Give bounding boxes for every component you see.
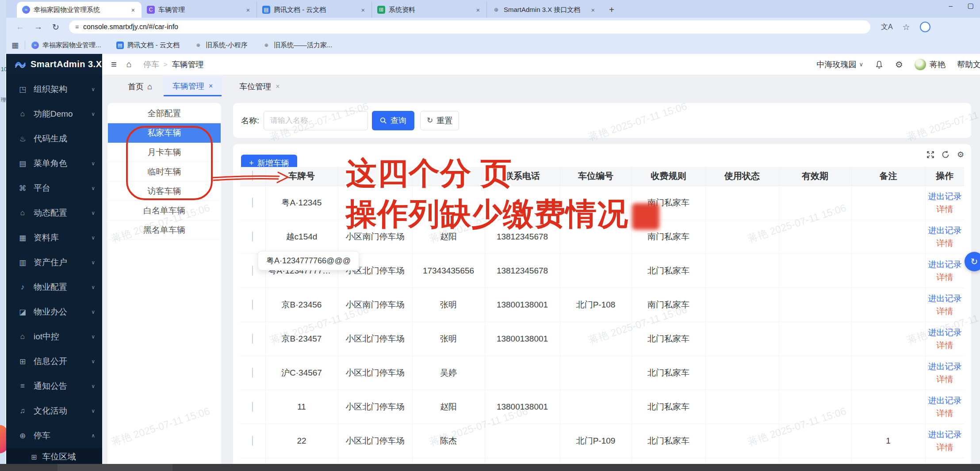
dynamic-config-icon: ⌂ [18,209,27,217]
apps-grid-icon[interactable]: ▦ [11,41,19,50]
home-icon[interactable]: ⌂ [126,59,132,69]
sidebar-item-0[interactable]: ◳组织架构∨ [6,77,102,102]
category-item-5[interactable]: 白名单车辆 [108,201,221,220]
bookmark-label: 旧系统-小程序 [206,41,248,49]
category-item-6[interactable]: 黑名单车辆 [108,220,221,240]
url-bar[interactable]: ≡ console.smartxfjy.cn/#/car-info [69,20,870,34]
tab-close-icon[interactable]: × [129,6,137,14]
browser-tab[interactable]: ⊞系统资料× [371,2,486,18]
browser-tab[interactable]: ⊕SmartAdmin 3.X 接口文档× [486,2,601,18]
back-icon[interactable]: ← [16,22,24,32]
entry-exit-record-link[interactable]: 进出记录 [928,326,962,339]
browser-tab[interactable]: ▤腾讯文档 - 云文档× [256,2,371,18]
sidebar-item-8[interactable]: ♪物业配置∨ [6,275,102,300]
tab-home[interactable]: 首页 ⌂ [125,81,155,92]
sidebar-item-6[interactable]: ▦资料库∨ [6,225,102,250]
cell-status [705,390,779,424]
category-item-0[interactable]: 全部配置 [108,104,221,123]
tab-close-icon[interactable]: × [359,6,367,14]
entry-exit-record-link[interactable]: 进出记录 [928,428,962,441]
table-row: 22小区北门停车场陈杰北门P-109北门私家车1进出记录详情 [240,424,964,458]
sidebar-item-label: 信息公开 [34,356,85,367]
site-info-icon[interactable]: ≡ [75,23,79,30]
gear-icon[interactable]: ⚙ [895,59,903,70]
detail-link[interactable]: 详情 [928,203,962,216]
home-icon: ⌂ [147,82,152,91]
tab-close-icon[interactable]: × [244,6,252,14]
entry-exit-record-link[interactable]: 进出记录 [928,394,962,407]
sidebar-item-4[interactable]: ⌘平台∨ [6,176,102,201]
help-link[interactable]: 帮助文 [957,59,980,70]
sidebar-item-12[interactable]: ≡通知公告∨ [6,374,102,399]
sidebar-item-2[interactable]: ♨代码生成 [6,126,102,151]
close-icon[interactable]: × [276,83,279,91]
forward-icon[interactable]: → [34,22,42,32]
bookmark-item[interactable]: ⊕旧系统-小程序 [195,41,248,49]
new-tab-button[interactable]: + [605,3,618,16]
query-button[interactable]: 查询 [372,111,414,130]
cell-actions: 进出记录详情 [925,390,964,424]
sidebar-item-11[interactable]: ⊞信息公开∨ [6,349,102,374]
cell-status [705,220,779,254]
bookmark-star-icon[interactable]: ☆ [903,22,910,32]
browser-tab[interactable]: ≈幸福家园物业管理系统× [17,2,142,18]
cell-phone: 13800138001 [485,322,560,356]
collapse-menu-icon[interactable]: ≡ [111,59,117,70]
column-settings-gear-icon[interactable]: ⚙ [956,150,965,159]
detail-link[interactable]: 详情 [928,373,962,386]
sidebar-item-14[interactable]: ⊕停车∧ [6,423,102,448]
bookmark-item[interactable]: ≈幸福家园物业管理... [31,41,101,49]
entry-exit-record-link[interactable]: 进出记录 [928,258,962,271]
bookmark-item[interactable]: ⊕旧系统——活力家... [263,41,333,49]
row-checkbox[interactable] [252,402,253,412]
row-checkbox[interactable] [252,334,253,344]
entry-exit-record-link[interactable]: 进出记录 [928,224,962,237]
bookmark-item[interactable]: ▤腾讯文档 - 云文档 [116,41,180,49]
purple-c-favicon: C [147,6,155,14]
sidebar-subitem-parking-area[interactable]: ⊞车位区域 [6,448,102,464]
browser-tabs: ≈幸福家园物业管理系统×C车辆管理×▤腾讯文档 - 云文档×⊞系统资料×⊕Sma… [17,2,601,18]
translate-icon[interactable]: 文A [881,23,893,32]
tab-close-icon[interactable]: × [474,6,482,14]
detail-link[interactable]: 详情 [928,271,962,284]
refresh-icon[interactable] [941,150,950,159]
sidebar-item-9[interactable]: ◪物业办公∨ [6,300,102,324]
reload-icon[interactable]: ↻ [52,22,59,32]
community-selector[interactable]: 中海玫瑰园 ∨ [817,59,864,70]
row-checkbox[interactable] [252,436,253,446]
detail-link[interactable]: 详情 [928,305,962,318]
row-checkbox[interactable] [252,368,253,378]
cell-actions: 进出记录详情 [925,220,964,254]
bell-icon[interactable] [875,60,884,69]
row-checkbox[interactable] [252,232,253,242]
browser-profile-avatar[interactable] [920,22,930,32]
sidebar-item-1[interactable]: ⌂功能Demo∨ [6,102,102,126]
entry-exit-record-link[interactable]: 进出记录 [928,292,962,305]
fullscreen-icon[interactable] [926,150,935,159]
detail-link[interactable]: 详情 [928,407,962,420]
detail-link[interactable]: 详情 [928,441,962,454]
browser-tab[interactable]: C车辆管理× [142,2,256,18]
name-input[interactable] [264,111,368,130]
row-checkbox[interactable] [252,300,253,310]
sidebar-item-5[interactable]: ⌂动态配置∨ [6,201,102,225]
entry-exit-record-link[interactable]: 进出记录 [928,190,962,203]
sidebar-item-10[interactable]: ⌂iot中控∨ [6,324,102,349]
restore-icon[interactable]: ▢ [968,2,974,10]
detail-link[interactable]: 详情 [928,339,962,352]
sidebar-item-13[interactable]: ♫文化活动∨ [6,399,102,423]
sidebar-item-7[interactable]: ▥资产住户∨ [6,250,102,275]
logo-swirl-icon [14,60,27,69]
row-checkbox[interactable] [252,198,253,208]
detail-link[interactable]: 详情 [928,237,962,250]
row-checkbox[interactable] [252,266,253,276]
minimize-icon[interactable]: – [949,2,952,10]
user-menu[interactable]: 蒋艳 [915,59,946,70]
tab-vehicle-management[interactable]: 车辆管理 × [164,77,222,96]
sidebar-item-3[interactable]: ▤菜单角色∨ [6,151,102,176]
close-icon[interactable]: × [209,82,213,90]
tab-close-icon[interactable]: × [589,6,597,14]
tab-parking-space-management[interactable]: 车位管理 × [230,77,288,96]
entry-exit-record-link[interactable]: 进出记录 [928,360,962,373]
reset-button[interactable]: ↻ 重置 [420,111,459,130]
